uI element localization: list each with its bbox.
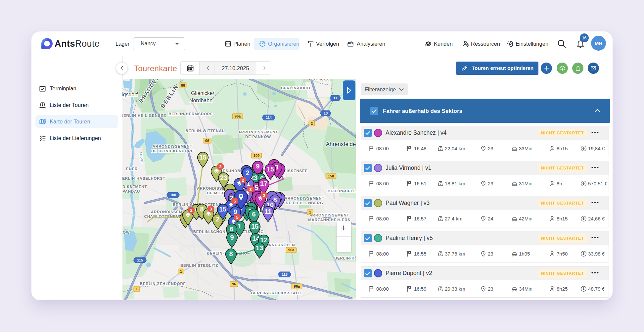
svg-text:9: 9 [256,163,259,170]
svg-text:BERLIN-ZEHLENDORF: BERLIN-ZEHLENDORF [140,282,186,286]
svg-text:ARRONDISSEMENT: ARRONDISSEMENT [285,196,324,200]
svg-text:115: 115 [137,258,143,262]
svg-text:Glienicke/: Glienicke/ [191,90,214,96]
svg-text:17: 17 [260,180,267,187]
svg-text:2: 2 [263,193,265,198]
svg-text:11: 11 [264,208,271,215]
svg-text:23: 23 [220,174,227,181]
svg-text:BERLIN-HASELHORST: BERLIN-HASELHORST [122,176,165,180]
svg-text:100: 100 [170,193,176,197]
svg-text:2: 2 [246,169,249,176]
svg-text:BERLIN-STEGLITZ: BERLIN-STEGLITZ [180,263,218,267]
svg-text:15: 15 [251,223,258,230]
svg-text:10: 10 [324,111,328,115]
svg-text:DE LICHTENBERG: DE LICHTENBERG [286,201,323,205]
svg-text:15: 15 [267,166,274,173]
svg-text:96: 96 [181,83,185,87]
svg-text:1: 1 [180,269,182,273]
svg-text:BERLIN-BUCH: BERLIN-BUCH [281,86,310,90]
svg-text:DISSEMENT: DISSEMENT [122,185,147,189]
svg-text:3: 3 [209,207,212,212]
svg-text:3: 3 [249,187,252,192]
svg-text:Panketal: Panketal [309,79,330,81]
svg-text:1: 1 [309,210,311,214]
svg-text:ARRONDISSEMENT: ARRONDISSEMENT [309,213,349,217]
svg-text:2: 2 [242,178,244,183]
svg-text:1: 1 [136,287,138,291]
svg-text:6: 6 [230,225,233,233]
svg-text:6: 6 [252,211,255,218]
svg-text:158: 158 [328,174,334,178]
svg-text:BERLIN-GROPIUSSTADT: BERLIN-GROPIUSSTADT [251,291,301,295]
svg-text:96a: 96a [294,284,300,288]
svg-text:96: 96 [205,139,209,143]
svg-text:ENER: ENER [126,167,138,171]
svg-text:109: 109 [253,154,259,158]
svg-text:igsdorf: igsdorf [122,92,138,97]
svg-text:Nordbahn: Nordbahn [189,98,212,103]
svg-text:2: 2 [311,121,313,125]
svg-text:DE REINICKENDORF: DE REINICKENDORF [151,149,194,153]
svg-text:TOW: TOW [122,230,130,234]
svg-text:96a: 96a [288,248,295,252]
svg-text:15: 15 [219,206,226,213]
svg-text:13: 13 [256,244,263,252]
svg-text:5: 5 [236,215,238,220]
svg-text:5: 5 [254,184,258,191]
svg-text:96a: 96a [235,114,241,118]
svg-text:113: 113 [282,272,288,276]
svg-text:8: 8 [229,250,233,258]
svg-text:BERLIN-HELL: BERLIN-HELL [328,189,356,193]
svg-text:9: 9 [230,234,234,241]
svg-text:BERLIN-HERMSDORF: BERLIN-HERMSDORF [168,112,213,116]
svg-text:114: 114 [266,116,272,119]
svg-text:2: 2 [219,164,221,169]
svg-text:2: 2 [216,215,219,223]
svg-text:ARRONDISSEMENT: ARRONDISSEMENT [153,144,192,148]
svg-text:BERLIN-HEILIGENSEE: BERLIN-HEILIGENSEE [122,114,166,118]
svg-text:DE PANKOW: DE PANKOW [245,135,271,139]
svg-text:8: 8 [200,206,204,213]
svg-text:96: 96 [232,282,236,286]
svg-text:DE MITTE: DE MITTE [207,191,227,195]
svg-text:PANDAU: PANDAU [122,189,140,193]
svg-text:12: 12 [260,236,267,244]
svg-text:1: 1 [238,222,241,230]
svg-text:ARRONDISSEMENT: ARRONDISSEMENT [238,130,278,134]
svg-text:BERLIN-KÖPEN: BERLIN-KÖPEN [334,256,356,260]
svg-text:BERLIN-WITTENAU: BERLIN-WITTENAU [185,129,225,133]
svg-text:Ahrensfelde: Ahrensfelde [326,141,356,147]
svg-text:5: 5 [233,199,236,204]
svg-text:2: 2 [190,208,192,213]
svg-text:15: 15 [199,154,207,161]
svg-text:11: 11 [333,96,337,100]
